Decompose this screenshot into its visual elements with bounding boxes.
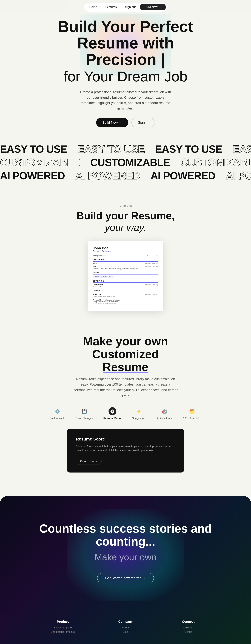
resume-entry-sub: Things, details around found around (93, 301, 158, 303)
nav-signout[interactable]: Sign out (121, 4, 140, 10)
score-icon: ⏱️ (108, 407, 116, 415)
save-icon: 💾 (80, 407, 88, 415)
resume-contact: john@email.com +9900000000 (93, 254, 158, 257)
marquee-item-outline: AI POWERED (226, 170, 251, 182)
footer-blog[interactable]: Blog (99, 630, 152, 634)
success-subtitle: Make your own (10, 552, 240, 562)
footer-about[interactable]: About (99, 626, 152, 629)
feature-ai-assistance[interactable]: 🤖 AI Assistance (157, 407, 172, 420)
resume-role: Frontend Developer (93, 250, 158, 252)
feature-label: Save Changes (76, 417, 93, 420)
feature-templates[interactable]: 🗂️ 100+ Templates (183, 407, 202, 420)
resume-entry-date: January to February (144, 262, 158, 264)
footer-linkedin[interactable]: LinkedIn (162, 626, 214, 629)
resume-entry: SWE January to February (93, 262, 158, 264)
feature-customizable[interactable]: ⚙️ Customizable (50, 407, 65, 420)
feature-label: 100+ Templates (183, 417, 202, 420)
score-card-desc: Resume Score is a tool that helps you to… (76, 444, 175, 452)
footer-col-product: Product Select template Use default temp… (36, 620, 89, 635)
customized-title-line2: Customized (92, 348, 159, 361)
resume-preview-card: John Doe Frontend Developer john@email.c… (88, 241, 164, 311)
feature-label: Suggestions (132, 417, 146, 420)
footer-col-connect: Connect LinkedIn Github (162, 620, 214, 635)
marquee-item-outline: CUSTOMIZABLE (180, 156, 251, 168)
score-card: Resume Score Resume Score is a tool that… (67, 429, 184, 472)
resume-entry: SDE January to February ReactJS - JavaSc… (93, 266, 158, 270)
resume-entry-date: January to February (144, 266, 158, 268)
footer: Product Select template Use default temp… (10, 609, 240, 642)
feature-label: Resume Score (104, 417, 122, 420)
features-row: ⚙️ Customizable 💾 Save Changes ⏱️ Resume… (10, 407, 240, 420)
marquee-item: EASY TO USE (0, 143, 67, 155)
hero-subtext: Create a professional resume tailored to… (80, 90, 171, 111)
hero-signin-button[interactable]: Sign in (132, 118, 155, 128)
templates-tag: Templates (0, 204, 251, 208)
resume-project-name: Project #1 (93, 294, 101, 296)
feature-suggestions[interactable]: ⚡ Suggestions (132, 407, 146, 420)
footer-github[interactable]: Github (162, 630, 214, 634)
success-title: Countless success stories and counting..… (10, 522, 240, 548)
hero-headline-line3: for Your Dream Job (64, 68, 188, 84)
success-section: Countless success stories and counting..… (0, 496, 251, 644)
resume-entry-sub: GPA: Good (93, 286, 158, 288)
resume-entry-desc: Things, details around found around (93, 303, 158, 305)
footer-product-title: Product (36, 620, 89, 624)
marquee-section: EASY TO USE EASY TO USE EASY TO USE EASY… (0, 135, 251, 191)
score-card-create-button[interactable]: Create Now → (76, 458, 102, 465)
resume-entry: State In 2018 January to February GPA: G… (93, 284, 158, 288)
nav-features[interactable]: Features (101, 4, 121, 10)
resume-skills-row: ReactJS - AngularJS - VueJS (93, 276, 158, 278)
resume-entry: Project #1 January to February Things, d… (93, 294, 158, 298)
feature-label: AI Assistance (157, 417, 172, 420)
footer-col-company: Company About Blog (99, 620, 152, 635)
marquee-item: EASY TO USE (155, 143, 222, 155)
nav-home[interactable]: Home (85, 4, 101, 10)
hero-actions: Build Now → Sign in (34, 118, 217, 128)
templates-title: Build your Resume, your way. (0, 210, 251, 233)
marquee-item: CUSTOMIZABLE (90, 156, 170, 168)
resume-entry-desc: Things, details around found around (93, 296, 158, 298)
marquee-item-outline: CUSTOMIZABLE (0, 156, 80, 168)
resume-entry-company: SDE (93, 266, 96, 268)
resume-projects-title: Projects (93, 290, 158, 292)
footer-default-template[interactable]: Use default template (36, 630, 89, 634)
templates-title-line2: your way. (105, 222, 146, 233)
success-cta-button[interactable]: Get Started now for free → (97, 573, 154, 583)
feature-save-changes[interactable]: 💾 Save Changes (76, 407, 93, 420)
footer-select-template[interactable]: Select template (36, 626, 89, 629)
score-card-title: Resume Score (76, 437, 175, 442)
ai-icon: 🤖 (161, 407, 169, 415)
hero-headline-line1: Build Your Perfect Resume with (58, 18, 193, 52)
resume-phone: +9900000000 (147, 254, 158, 257)
navbar: Home Features Sign out Build Now → (0, 0, 251, 14)
footer-grid: Product Select template Use default temp… (36, 620, 214, 635)
resume-education-title: EDUCATION (93, 280, 158, 283)
marquee-row-3: AI POWERED AI POWERED AI POWERED AI POWE… (0, 170, 251, 182)
customized-title-line3: Resume (102, 360, 148, 374)
customized-desc: ResumCraft's experience and features lib… (73, 376, 178, 398)
templates-title-line1: Build your Resume, (76, 210, 174, 222)
marquee-row-1: EASY TO USE EASY TO USE EASY TO USE EASY… (0, 143, 251, 155)
feature-resume-score[interactable]: ⏱️ Resume Score (104, 407, 122, 420)
resume-project-name: Project #2 - details around around (93, 299, 120, 301)
skill-tag: ReactJS - AngularJS - VueJS (93, 276, 114, 278)
resume-entry-school: State In 2018 (93, 284, 103, 286)
resume-entry-date: January to February (144, 284, 158, 286)
marquee-item-outline: EASY TO USE (78, 143, 144, 155)
resume-experience-title: EXPERIENCE (93, 259, 158, 262)
resume-entry-sub: ReactJS - JavaScript - Internship, testi… (93, 268, 158, 270)
nav-build-now-button[interactable]: Build Now → (140, 4, 166, 10)
customized-title: Make your own Customized Resume (10, 335, 240, 374)
templates-icon: 🗂️ (188, 407, 196, 415)
resume-entry: Project #2 - details around around Thing… (93, 299, 158, 305)
marquee-item-outline: EASY TO USE (232, 143, 251, 155)
footer-connect-title: Connect (162, 620, 214, 624)
customizable-icon: ⚙️ (54, 407, 61, 415)
marquee-item: AI POWERED (0, 170, 65, 182)
hero-build-now-button[interactable]: Build Now → (96, 118, 128, 127)
marquee-item-outline: AI POWERED (75, 170, 140, 182)
resume-name: John Doe (93, 246, 158, 250)
hero-headline: Build Your Perfect Resume with Precision… (34, 18, 217, 84)
feature-label: Customizable (50, 417, 65, 420)
resume-entry-company: SWE (93, 262, 97, 264)
